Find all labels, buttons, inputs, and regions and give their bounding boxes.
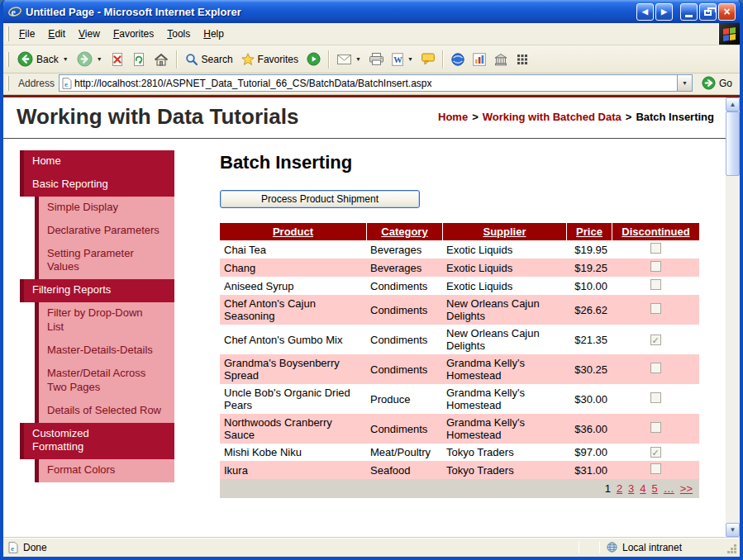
discontinued-cell	[612, 277, 699, 295]
pager-next-link[interactable]: >>	[680, 482, 693, 495]
edit-button[interactable]: W ▼	[388, 50, 417, 69]
pager-page-link[interactable]: 3	[628, 482, 634, 495]
discuss-icon	[422, 53, 435, 65]
discontinued-cell	[612, 461, 699, 479]
sidebar-item[interactable]: Details of Selected Row	[35, 400, 174, 423]
breadcrumb-home-link[interactable]: Home	[438, 111, 468, 123]
price-cell: $21.35	[566, 325, 612, 354]
chart-button[interactable]	[469, 50, 489, 69]
column-header-discontinued-link[interactable]: Discontinued	[622, 225, 689, 238]
discuss-button[interactable]	[418, 50, 438, 68]
product-cell: Aniseed Syrup	[220, 277, 366, 295]
close-button[interactable]: ×	[718, 3, 736, 21]
product-row: Grandma's Boysenberry SpreadCondimentsGr…	[220, 354, 699, 384]
column-header-product-link[interactable]: Product	[273, 225, 313, 238]
sidebar-item[interactable]: Simple Display	[35, 197, 174, 220]
address-dropdown-button[interactable]: ▼	[677, 75, 692, 91]
media-button[interactable]	[303, 50, 324, 69]
svg-text:e: e	[11, 544, 14, 553]
back-button[interactable]: Back ▼	[14, 49, 72, 69]
toolbar-grip[interactable]	[7, 26, 9, 41]
toolbar-grip[interactable]	[7, 76, 9, 91]
menu-favorites[interactable]: Favorites	[107, 25, 160, 43]
process-product-shipment-button[interactable]: Process Product Shipment	[220, 190, 420, 208]
scrollbar-track[interactable]	[726, 176, 740, 523]
favorites-button[interactable]: Favorites	[238, 50, 302, 69]
menu-file[interactable]: File	[12, 25, 41, 43]
status-pane-separator	[579, 541, 579, 553]
forward-button[interactable]: ▼	[74, 49, 106, 69]
menu-help[interactable]: Help	[197, 25, 231, 43]
category-cell: Condiments	[366, 277, 442, 295]
sidebar-item[interactable]: Home	[20, 150, 174, 173]
address-input[interactable]	[74, 78, 674, 89]
refresh-button[interactable]	[129, 50, 149, 69]
sidebar-item[interactable]: Master/Detail Across Two Pages	[35, 363, 174, 400]
messenger-button[interactable]	[448, 50, 468, 69]
pager-page-link[interactable]: 5	[652, 482, 658, 495]
back-dropdown-chevron: ▼	[63, 56, 69, 62]
product-row: Uncle Bob's Organic Dried PearsProduceGr…	[220, 384, 699, 414]
discontinued-cell	[612, 259, 699, 277]
go-button[interactable]: Go	[697, 74, 737, 92]
category-cell: Beverages	[366, 240, 442, 259]
media-icon	[307, 52, 321, 66]
stop-button[interactable]	[107, 50, 127, 69]
status-empty-pane	[581, 539, 598, 555]
minimize-button[interactable]	[680, 3, 698, 21]
pager-ellipsis-link[interactable]: …	[664, 482, 674, 495]
sidebar-item[interactable]: Master-Details-Details	[35, 339, 174, 363]
vertical-scrollbar: ▲ ▼	[726, 97, 740, 537]
category-cell: Condiments	[366, 354, 442, 384]
sidebar-item[interactable]: Filtering Reports	[20, 279, 174, 302]
menu-view[interactable]: View	[72, 25, 107, 43]
sidebar-item[interactable]: Basic Reporting	[20, 173, 174, 197]
menu-edit[interactable]: Edit	[41, 25, 72, 43]
scrollbar-up-button[interactable]: ▲	[726, 97, 740, 112]
window-resize-grip[interactable]	[726, 539, 738, 555]
page-icon: e	[62, 78, 72, 89]
security-zone-label: Local intranet	[622, 542, 682, 553]
building-button[interactable]	[491, 50, 511, 69]
stop-icon	[111, 53, 124, 66]
breadcrumb-separator: >	[626, 111, 632, 123]
discontinued-cell	[612, 414, 699, 444]
menu-tools[interactable]: Tools	[160, 25, 197, 43]
search-button[interactable]: Search	[182, 50, 236, 69]
column-header-price-link[interactable]: Price	[576, 225, 602, 238]
discontinued-checkbox	[650, 261, 661, 272]
mail-button[interactable]: ▼	[334, 51, 364, 68]
column-header-supplier: Supplier	[442, 223, 566, 240]
column-header-category-link[interactable]: Category	[381, 225, 427, 238]
sidebar-item[interactable]: Format Colors	[35, 459, 174, 482]
sidebar-item[interactable]: Customized Formatting	[20, 423, 174, 460]
category-cell: Seafood	[366, 461, 442, 479]
sidebar-item[interactable]: Setting Parameter Values	[35, 243, 174, 280]
price-cell: $19.95	[566, 240, 612, 259]
product-cell: Mishi Kobe Niku	[220, 444, 366, 461]
column-header-discontinued: Discontinued	[612, 223, 699, 240]
search-icon	[185, 53, 198, 66]
toolbar-grip[interactable]	[7, 52, 9, 67]
scrollbar-thumb[interactable]	[726, 112, 740, 176]
scrollbar-down-button[interactable]: ▼	[726, 523, 740, 537]
sidebar-item[interactable]: Filter by Drop-Down List	[35, 302, 174, 339]
titlebar-aux-right-button[interactable]: ▶	[655, 3, 673, 21]
price-cell: $30.25	[566, 354, 612, 384]
pager-page-link[interactable]: 2	[617, 482, 622, 495]
titlebar-aux-left-button[interactable]: ◀	[636, 3, 654, 21]
pager-page-link[interactable]: 4	[640, 482, 645, 495]
sidebar-item[interactable]: Declarative Parameters	[35, 220, 174, 243]
product-cell: Chef Anton's Gumbo Mix	[220, 325, 366, 354]
home-button[interactable]	[150, 50, 172, 69]
breadcrumb-section-link[interactable]: Working with Batched Data	[483, 111, 622, 123]
column-header-supplier-link[interactable]: Supplier	[483, 225, 526, 238]
building-icon	[494, 53, 507, 66]
grid-button[interactable]	[512, 50, 532, 69]
toolbar-separator	[328, 50, 330, 69]
price-cell: $10.00	[566, 277, 612, 295]
sidebar-nav: HomeBasic ReportingSimple DisplayDeclara…	[20, 150, 174, 482]
print-button[interactable]	[366, 50, 387, 68]
edit-dropdown-chevron: ▼	[407, 56, 413, 62]
restore-button[interactable]	[699, 3, 717, 21]
